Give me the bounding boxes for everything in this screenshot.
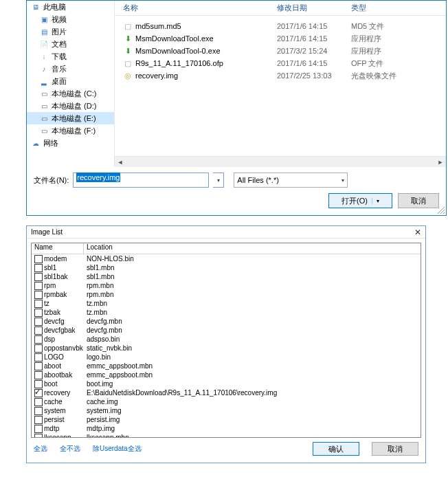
open-button[interactable]: 打开(O)▾ bbox=[328, 193, 392, 208]
partition-location: boot.img bbox=[84, 380, 421, 388]
row-checkbox[interactable] bbox=[34, 264, 43, 272]
file-row[interactable]: ▢md5sum.md5 2017/1/6 14:15 MD5 文件 bbox=[123, 20, 446, 32]
partition-location: sbl1.mbn bbox=[84, 273, 421, 280]
partition-row[interactable]: aboot emmc_appsboot.mbn bbox=[32, 362, 421, 370]
disk-icon: ▭ bbox=[39, 126, 49, 135]
row-checkbox[interactable] bbox=[34, 353, 43, 362]
resize-grip-icon[interactable] bbox=[438, 207, 445, 214]
partition-row[interactable]: cache cache.img bbox=[32, 397, 421, 406]
partition-row[interactable]: mdtp mdtp.img bbox=[32, 424, 421, 433]
close-icon[interactable]: ✕ bbox=[414, 228, 421, 237]
disk-icon: ▭ bbox=[39, 89, 49, 98]
nav-item[interactable]: ↓下载 bbox=[27, 50, 114, 63]
partition-row[interactable]: abootbak emmc_appsboot.mbn bbox=[32, 370, 421, 379]
partition-name: LOGO bbox=[44, 353, 84, 361]
nav-item[interactable]: ▤图片 bbox=[27, 25, 114, 38]
row-checkbox[interactable] bbox=[34, 318, 43, 326]
partition-row[interactable]: sbl1 sbl1.mbn bbox=[32, 263, 421, 272]
column-location[interactable]: Location bbox=[84, 243, 421, 254]
column-name[interactable]: 名称 bbox=[123, 3, 277, 13]
nav-item[interactable]: ☁网络 bbox=[27, 137, 114, 149]
file-row[interactable]: ⬇MsmDownloadTool.exe 2017/1/6 14:15 应用程序 bbox=[123, 32, 446, 45]
partition-location: cache.img bbox=[84, 398, 421, 406]
nav-item[interactable]: 🖥此电脑 bbox=[27, 1, 114, 13]
partition-row[interactable]: tz tz.mbn bbox=[32, 299, 421, 308]
nav-label: 本地磁盘 (C:) bbox=[52, 89, 96, 99]
row-checkbox[interactable] bbox=[34, 309, 43, 317]
partition-row[interactable]: dsp adspso.bin bbox=[32, 335, 421, 344]
partition-row[interactable]: tzbak tz.mbn bbox=[32, 308, 421, 317]
select-all-link[interactable]: 全选 bbox=[34, 444, 47, 454]
partition-name: system bbox=[44, 407, 84, 414]
row-checkbox[interactable] bbox=[34, 273, 43, 281]
nav-item[interactable]: ▣视频 bbox=[27, 13, 114, 25]
row-checkbox[interactable] bbox=[34, 389, 43, 397]
partition-row[interactable]: recovery E:\BaiduNetdiskDownload\R9s_11_… bbox=[32, 388, 421, 397]
partition-table[interactable]: Name Location modem NON-HLOS.bin sbl1 sb… bbox=[31, 243, 421, 438]
partition-row[interactable]: LOGO logo.bin bbox=[32, 353, 421, 362]
partition-row[interactable]: sbl1bak sbl1.mbn bbox=[32, 272, 421, 281]
nav-label: 视频 bbox=[52, 14, 67, 25]
partition-row[interactable]: boot boot.img bbox=[32, 379, 421, 388]
partition-row[interactable]: lksecapp lksecapp.mbn bbox=[32, 433, 421, 438]
file-type-filter[interactable]: All Files (*.*) ▾ bbox=[234, 173, 348, 188]
nav-item[interactable]: ▭本地磁盘 (F:) bbox=[27, 124, 114, 137]
row-checkbox[interactable] bbox=[34, 300, 43, 308]
row-checkbox[interactable] bbox=[34, 326, 43, 335]
partition-row[interactable]: devcfgbak devcfg.mbn bbox=[32, 326, 421, 335]
column-name[interactable]: Name bbox=[32, 243, 84, 254]
nav-item[interactable]: ♪音乐 bbox=[27, 63, 114, 75]
row-checkbox[interactable] bbox=[34, 416, 43, 424]
horizontal-scrollbar[interactable]: ◄ ► bbox=[115, 156, 446, 167]
select-none-link[interactable]: 全不选 bbox=[60, 444, 80, 454]
ok-button[interactable]: 确认 bbox=[313, 442, 359, 456]
partition-name: cache bbox=[44, 398, 84, 406]
column-type[interactable]: 类型 bbox=[351, 3, 446, 13]
row-checkbox[interactable] bbox=[34, 362, 43, 370]
chevron-down-icon: ▾ bbox=[341, 177, 344, 184]
scroll-right-icon[interactable]: ► bbox=[435, 157, 446, 168]
partition-row[interactable]: system system.img bbox=[32, 406, 421, 415]
column-date[interactable]: 修改日期 bbox=[277, 3, 351, 13]
file-date: 2017/2/25 13:03 bbox=[277, 71, 351, 80]
nav-item[interactable]: ▭本地磁盘 (D:) bbox=[27, 100, 114, 112]
file-list[interactable]: ▢md5sum.md5 2017/1/6 14:15 MD5 文件 ⬇MsmDo… bbox=[115, 16, 446, 156]
partition-row[interactable]: rpmbak rpm.mbn bbox=[32, 290, 421, 299]
file-row[interactable]: ◎recovery.img 2017/2/25 13:03 光盘映像文件 bbox=[123, 69, 446, 82]
partition-row[interactable]: persist persist.img bbox=[32, 415, 421, 424]
file-row[interactable]: ▢R9s_11_A.11_170106.ofp 2017/1/6 14:15 O… bbox=[123, 57, 446, 69]
row-checkbox[interactable] bbox=[34, 371, 43, 379]
partition-row[interactable]: rpm rpm.mbn bbox=[32, 281, 421, 290]
file-date: 2017/1/6 14:15 bbox=[277, 59, 351, 67]
filename-dropdown-icon[interactable]: ▾ bbox=[213, 173, 224, 188]
nav-item[interactable]: ▭本地磁盘 (E:) bbox=[27, 112, 114, 124]
nav-item[interactable]: ▂桌面 bbox=[27, 75, 114, 87]
cancel-button[interactable]: 取消 bbox=[398, 193, 439, 208]
row-checkbox[interactable] bbox=[34, 335, 43, 344]
row-checkbox[interactable] bbox=[34, 425, 43, 433]
nav-label: 网络 bbox=[43, 138, 58, 148]
row-checkbox[interactable] bbox=[34, 255, 43, 263]
file-name: md5sum.md5 bbox=[135, 22, 181, 30]
file-row[interactable]: ⬇MsmDownloadTool-0.exe 2017/3/2 15:24 应用… bbox=[123, 45, 446, 57]
file-type: 应用程序 bbox=[351, 34, 381, 44]
nav-item[interactable]: 📄文档 bbox=[27, 38, 114, 50]
row-checkbox[interactable] bbox=[34, 291, 43, 299]
file-date: 2017/1/6 14:15 bbox=[277, 34, 351, 43]
partition-row[interactable]: modem NON-HLOS.bin bbox=[32, 254, 421, 263]
nav-item[interactable]: ▭本地磁盘 (C:) bbox=[27, 87, 114, 100]
select-except-userdata-link[interactable]: 除Userdata全选 bbox=[93, 444, 142, 454]
nav-label: 桌面 bbox=[52, 76, 67, 87]
filename-input[interactable]: recovery.img bbox=[73, 173, 209, 188]
folder-tree[interactable]: 🖥此电脑▣视频▤图片📄文档↓下载♪音乐▂桌面▭本地磁盘 (C:)▭本地磁盘 (D… bbox=[27, 1, 115, 167]
cancel-button[interactable]: 取消 bbox=[372, 442, 418, 456]
partition-name: aboot bbox=[44, 362, 84, 370]
row-checkbox[interactable] bbox=[34, 344, 43, 353]
partition-row[interactable]: devcfg devcfg.mbn bbox=[32, 317, 421, 326]
partition-location: NON-HLOS.bin bbox=[84, 255, 421, 263]
partition-row[interactable]: oppostanvbk static_nvbk.bin bbox=[32, 344, 421, 353]
row-checkbox[interactable] bbox=[34, 282, 43, 290]
row-checkbox[interactable] bbox=[34, 407, 43, 415]
scroll-left-icon[interactable]: ◄ bbox=[115, 157, 126, 168]
row-checkbox[interactable] bbox=[34, 398, 43, 406]
